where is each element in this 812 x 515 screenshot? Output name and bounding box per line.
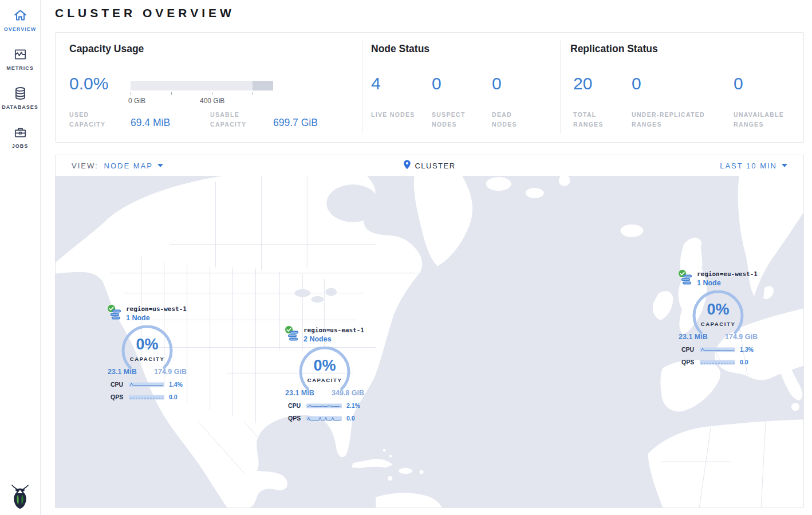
qps-value: 0.0 <box>740 359 748 365</box>
panel-divider <box>362 41 363 134</box>
usable-capacity-value: 699.7 GiB <box>273 117 318 129</box>
capacity-gauge-percent: 0% <box>117 336 177 353</box>
sidebar-item-label: OVERVIEW <box>0 26 40 32</box>
database-stack-icon <box>110 309 122 323</box>
replication-status-title: Replication Status <box>570 43 658 55</box>
time-range-value: LAST 10 MIN <box>720 162 777 170</box>
unavailable-ranges-label: UNAVAILABLE RANGES <box>734 110 797 129</box>
home-icon <box>0 8 40 23</box>
capacity-axis-tick <box>212 92 212 95</box>
suspect-nodes-label: SUSPECT NODES <box>432 110 478 129</box>
time-range-dropdown[interactable]: LAST 10 MIN <box>720 162 787 170</box>
total-ranges-label: TOTAL RANGES <box>573 110 619 129</box>
capacity-gauge-label: CAPACITY <box>688 321 748 327</box>
node-count-link[interactable]: 2 Nodes <box>303 335 365 343</box>
capacity-gauge-percent: 0% <box>688 301 748 319</box>
chevron-down-icon <box>157 164 163 167</box>
capacity-usage-title: Capacity Usage <box>69 43 144 55</box>
cpu-sparkline <box>129 379 164 390</box>
sidebar-item-label: DATABASES <box>0 104 40 110</box>
live-nodes-value: 4 <box>371 74 381 93</box>
metrics-icon <box>0 47 40 62</box>
node-count-link[interactable]: 1 Node <box>126 314 187 322</box>
capacity-gauge: 0% CAPACITY <box>688 290 748 339</box>
usable-capacity-label: USABLE CAPACITY <box>210 110 263 129</box>
dead-nodes-label: DEAD NODES <box>492 110 538 129</box>
node-count-link[interactable]: 1 Node <box>697 279 758 287</box>
page-title: CLUSTER OVERVIEW <box>55 6 804 20</box>
view-label: VIEW: <box>72 162 98 170</box>
under-replicated-ranges-value: 0 <box>632 74 641 93</box>
capacity-bar <box>131 81 273 91</box>
panel-divider <box>560 41 561 134</box>
capacity-axis-tick <box>253 92 253 95</box>
database-stack-icon <box>681 274 693 288</box>
capacity-percent: 0.0% <box>69 74 108 93</box>
sidebar-item-label: JOBS <box>0 143 40 149</box>
briefcase-icon <box>0 125 40 140</box>
cpu-label: CPU <box>111 381 129 388</box>
sidebar-item-databases[interactable]: DATABASES <box>0 78 40 117</box>
cpu-value: 1.3% <box>740 346 754 353</box>
capacity-gauge-label: CAPACITY <box>295 377 354 383</box>
capacity-axis-label: 400 GiB <box>200 97 224 105</box>
view-selector-dropdown[interactable]: NODE MAP <box>104 162 163 170</box>
sidebar-item-jobs[interactable]: JOBS <box>0 117 40 156</box>
capacity-axis-tick <box>131 92 131 95</box>
sidebar-item-metrics[interactable]: METRICS <box>0 39 40 78</box>
total-ranges-value: 20 <box>573 74 592 93</box>
qps-label: QPS <box>288 415 306 422</box>
capacity-gauge-percent: 0% <box>295 357 354 375</box>
capacity-gauge: 0% CAPACITY <box>117 325 177 374</box>
locality-label: region=eu-west-1 <box>697 270 758 278</box>
cockroachdb-logo <box>9 483 31 512</box>
qps-label: QPS <box>111 394 129 400</box>
chevron-down-icon <box>782 164 787 167</box>
capacity-axis-label: 0 GiB <box>128 97 145 105</box>
node-marker-eu-west-1[interactable]: region=eu-west-1 1 Node 0% CAPACITY 23.1… <box>678 269 758 367</box>
capacity-axis-tick <box>171 92 172 95</box>
node-marker-us-west-1[interactable]: region=us-west-1 1 Node 0% CAPACITY 23.1… <box>107 304 187 402</box>
qps-sparkline <box>700 357 735 367</box>
live-nodes-label: LIVE NODES <box>371 110 417 120</box>
qps-sparkline <box>129 392 164 402</box>
suspect-nodes-value: 0 <box>432 74 442 93</box>
unavailable-ranges-value: 0 <box>734 74 743 93</box>
database-stack-icon <box>287 331 299 344</box>
cpu-sparkline <box>700 344 735 355</box>
cpu-value: 1.4% <box>169 381 183 388</box>
used-capacity-label: USED CAPACITY <box>69 110 122 129</box>
main-content: CLUSTER OVERVIEW Capacity Usage 0.0% 0 G… <box>41 6 812 508</box>
node-marker-us-east-1[interactable]: region=us-east-1 2 Nodes 0% CAPACITY 23.… <box>285 325 365 423</box>
map-toolbar: VIEW: NODE MAP CLUSTER LAST 10 MIN <box>56 155 803 176</box>
used-capacity-value: 69.4 MiB <box>131 117 170 129</box>
capacity-gauge: 0% CAPACITY <box>295 347 354 395</box>
cpu-label: CPU <box>288 402 306 409</box>
qps-value: 0.0 <box>346 415 355 422</box>
qps-value: 0.0 <box>169 394 178 400</box>
view-selector-value: NODE MAP <box>104 162 153 170</box>
sidebar-item-label: METRICS <box>0 65 40 71</box>
node-status-title: Node Status <box>371 43 429 55</box>
dead-nodes-value: 0 <box>492 74 502 93</box>
node-map-panel: VIEW: NODE MAP CLUSTER LAST 10 MIN <box>55 155 804 508</box>
sidebar: OVERVIEW METRICS DATABASES <box>0 0 41 515</box>
capacity-gauge-label: CAPACITY <box>117 356 177 362</box>
breadcrumb[interactable]: CLUSTER <box>415 162 455 170</box>
cpu-value: 2.1% <box>346 402 360 409</box>
under-replicated-ranges-label: UNDER-REPLICATED RANGES <box>632 110 723 129</box>
world-map[interactable]: region=us-west-1 1 Node 0% CAPACITY 23.1… <box>56 176 803 508</box>
cpu-label: CPU <box>681 346 700 353</box>
locality-label: region=us-east-1 <box>303 327 365 334</box>
sidebar-item-overview[interactable]: OVERVIEW <box>0 0 40 39</box>
map-pin-icon <box>403 160 411 172</box>
cluster-summary-panel: Capacity Usage 0.0% 0 GiB 400 GiB USED C… <box>55 32 804 143</box>
qps-sparkline <box>306 413 342 423</box>
locality-label: region=us-west-1 <box>126 305 187 313</box>
database-icon <box>0 86 40 101</box>
capacity-bar-unusable-segment <box>253 81 273 91</box>
qps-label: QPS <box>681 359 700 365</box>
cpu-sparkline <box>306 400 342 411</box>
